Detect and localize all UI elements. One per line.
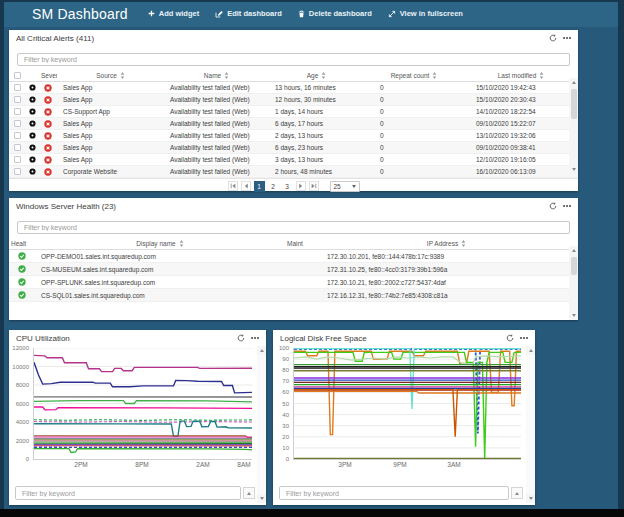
pager-first-icon[interactable] xyxy=(228,181,238,191)
row-checkbox[interactable] xyxy=(9,142,25,153)
alerts-col-age[interactable]: Age xyxy=(269,70,364,81)
refresh-icon[interactable] xyxy=(506,334,514,342)
health-table-body: OPP-DEMO01.sales.int.squaredup.com172.30… xyxy=(9,250,578,302)
alerts-scrollbar[interactable] xyxy=(569,78,578,174)
health-scrollbar[interactable] xyxy=(569,246,578,320)
cpu-utilization-widget: CPU Utilization 020004000600080001000012… xyxy=(9,330,266,505)
alert-name: Availability test failed (Web) xyxy=(164,166,269,177)
server-row[interactable]: CS-SQL01.sales.int.squaredup.com172.16.1… xyxy=(9,289,578,302)
logical-disk-free-space-widget: Logical Disk Free Space 0102030405060708… xyxy=(273,330,535,505)
alert-row[interactable]: Sales AppAvailability test failed (Web)6… xyxy=(9,118,578,130)
scroll-down-icon[interactable] xyxy=(569,311,578,320)
pager-page-1[interactable]: 1 xyxy=(254,181,265,192)
add-widget-button[interactable]: Add widget xyxy=(148,9,199,18)
disk-widget-title: Logical Disk Free Space xyxy=(280,334,367,343)
more-options-icon[interactable] xyxy=(563,37,571,39)
alerts-col-name[interactable]: Name xyxy=(164,70,269,81)
alerts-table-body: Sales AppAvailability test failed (Web)1… xyxy=(9,82,578,178)
alerts-col-severity[interactable]: Sever xyxy=(39,70,57,81)
alert-row[interactable]: Sales AppAvailability test failed (Web)1… xyxy=(9,94,578,106)
y-axis-tick-label: 0 xyxy=(26,456,29,462)
refresh-icon[interactable] xyxy=(237,334,245,342)
view-fullscreen-button[interactable]: View in fullscreen xyxy=(388,9,463,18)
critical-severity-icon xyxy=(39,130,57,141)
refresh-icon[interactable] xyxy=(549,202,557,210)
row-checkbox[interactable] xyxy=(9,130,25,141)
pager-prev-icon[interactable] xyxy=(241,181,251,191)
add-widget-label: Add widget xyxy=(159,9,199,18)
alert-row[interactable]: Sales AppAvailability test failed (Web)6… xyxy=(9,142,578,154)
scroll-down-icon[interactable] xyxy=(569,165,578,174)
health-col-display-name[interactable]: Display name xyxy=(35,238,285,249)
alert-row[interactable]: Sales AppAvailability test failed (Web)1… xyxy=(9,82,578,94)
alerts-col-last-modified[interactable]: Last modified xyxy=(464,70,578,81)
alert-last-modified: 15/10/2020 20:30:43 xyxy=(464,94,578,105)
more-options-icon[interactable] xyxy=(520,337,528,339)
health-col-maintenance[interactable]: Maint xyxy=(285,238,315,249)
pager-page-2[interactable]: 2 xyxy=(268,181,279,192)
scroll-up-icon[interactable] xyxy=(257,346,266,355)
select-all-checkbox[interactable] xyxy=(9,70,25,81)
screen-frame-bottom xyxy=(0,509,624,517)
sort-icon xyxy=(539,72,544,79)
health-widget-title: Windows Server Health (23) xyxy=(16,202,116,211)
pager-next-icon[interactable] xyxy=(296,181,306,191)
healthy-icon xyxy=(9,250,35,262)
disk-widget-scrollbar[interactable] xyxy=(526,346,535,503)
row-checkbox[interactable] xyxy=(9,154,25,165)
alert-row[interactable]: Corporate WebsiteAvailability test faile… xyxy=(9,166,578,178)
collapse-up-icon[interactable] xyxy=(243,487,255,499)
scroll-up-icon[interactable] xyxy=(526,346,535,355)
server-row[interactable]: OPP-SPLUNK.sales.int.squaredup.com172.30… xyxy=(9,276,578,289)
alert-row[interactable]: CS-Support AppAvailability test failed (… xyxy=(9,106,578,118)
sort-icon xyxy=(224,72,229,79)
cpu-widget-scrollbar[interactable] xyxy=(257,346,266,503)
alert-source: Sales App xyxy=(57,118,164,129)
refresh-icon[interactable] xyxy=(549,34,557,42)
scroll-down-icon[interactable] xyxy=(257,494,266,503)
server-row[interactable]: OPP-DEMO01.sales.int.squaredup.com172.30… xyxy=(9,250,578,263)
row-checkbox[interactable] xyxy=(9,106,25,117)
alerts-filter-input[interactable] xyxy=(17,53,570,66)
x-axis-tick-label: 8PM xyxy=(135,461,148,468)
scroll-up-icon[interactable] xyxy=(569,78,578,87)
alerts-col-source[interactable]: Source xyxy=(57,70,164,81)
collapse-up-icon[interactable] xyxy=(511,487,523,499)
disk-widget-controls xyxy=(506,334,528,342)
health-filter-input[interactable] xyxy=(17,221,570,234)
cpu-widget-title: CPU Utilization xyxy=(16,334,70,343)
alert-row[interactable]: Sales AppAvailability test failed (Web)2… xyxy=(9,130,578,142)
y-axis-tick-label: 10000 xyxy=(12,364,29,370)
disk-widget-header: Logical Disk Free Space xyxy=(273,330,535,346)
row-checkbox[interactable] xyxy=(9,118,25,129)
delete-dashboard-label: Delete dashboard xyxy=(309,9,372,18)
health-widget-header: Windows Server Health (23) xyxy=(9,198,578,214)
scroll-up-icon[interactable] xyxy=(569,246,578,255)
server-maintenance xyxy=(285,250,315,262)
alerts-col-repeat-count[interactable]: Repeat count xyxy=(364,70,464,81)
scrollbar-thumb[interactable] xyxy=(571,89,577,119)
row-checkbox[interactable] xyxy=(9,94,25,105)
alert-row[interactable]: Sales AppAvailability test failed (Web)3… xyxy=(9,154,578,166)
alert-age: 6 days, 23 hours xyxy=(269,142,364,153)
more-options-icon[interactable] xyxy=(563,205,571,207)
page-size-dropdown[interactable]: 25 xyxy=(330,181,360,192)
pager-last-icon[interactable] xyxy=(309,181,319,191)
disk-filter-input[interactable] xyxy=(279,486,509,500)
delete-dashboard-button[interactable]: Delete dashboard xyxy=(298,9,372,18)
cpu-filter-input[interactable] xyxy=(15,486,241,500)
edit-dashboard-button[interactable]: Edit dashboard xyxy=(215,9,282,18)
alert-source: Corporate Website xyxy=(57,166,164,177)
server-display-name: OPP-SPLUNK.sales.int.squaredup.com xyxy=(35,276,285,288)
pager-page-3[interactable]: 3 xyxy=(282,181,293,192)
row-checkbox[interactable] xyxy=(9,166,25,177)
scroll-down-icon[interactable] xyxy=(526,494,535,503)
row-checkbox[interactable] xyxy=(9,82,25,93)
health-col-health[interactable]: Healt xyxy=(9,238,35,249)
server-row[interactable]: CS-MUSEUM.sales.int.squaredup.com172.31.… xyxy=(9,263,578,276)
scrollbar-thumb[interactable] xyxy=(571,257,577,275)
health-col-ip-address[interactable]: IP Address xyxy=(315,238,578,249)
sort-icon xyxy=(432,72,437,79)
cpu-widget-header: CPU Utilization xyxy=(9,330,266,346)
more-options-icon[interactable] xyxy=(251,337,259,339)
